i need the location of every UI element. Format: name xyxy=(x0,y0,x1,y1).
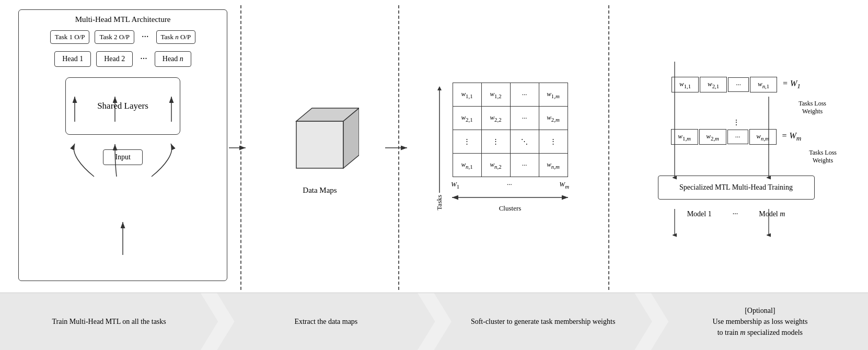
cell-wn1-top: wn,1 xyxy=(750,77,777,92)
process-step-1: Train Multi-Head MTL on all the tasks xyxy=(0,293,218,350)
cell-w2m-top: w2,m xyxy=(699,129,726,145)
cluster-w1: W1 xyxy=(451,180,459,190)
tasks-loss-label-2: Tasks LossWeights xyxy=(809,149,847,165)
process-bar: Train Multi-Head MTL on all the tasks Ex… xyxy=(0,293,868,350)
matrix-row-dots: ⋮ ⋮ ⋱ ⋮ xyxy=(453,130,568,154)
input-label: Input xyxy=(115,153,131,161)
mtl-architecture-box: Multi-Head MTL Architecture Task 1 O/P T… xyxy=(18,9,227,281)
cell-w2m: w2,m xyxy=(539,107,568,130)
headn-box: Head n xyxy=(155,51,191,67)
svg-marker-15 xyxy=(437,86,442,90)
head2-box: Head 2 xyxy=(96,51,133,67)
cell-wnm-top: wn,m xyxy=(749,129,777,145)
cell-wn1: wn,1 xyxy=(453,154,481,177)
process-step-3: Soft-cluster to generate task membership… xyxy=(434,293,652,350)
weight-row-wm: w1,m w2,m ··· wn,m = Wm xyxy=(671,129,802,145)
cell-w1m-top: w1,m xyxy=(671,129,698,145)
clusters-arrow-svg xyxy=(447,192,573,203)
equals-w1: = W1 xyxy=(782,79,801,90)
process-step-2: Extract the data maps xyxy=(217,293,435,350)
tasks-loss-label-1: Tasks LossWeights xyxy=(798,100,847,116)
section4-arrows-overlay xyxy=(615,5,858,290)
task2-output: Task 2 O/P xyxy=(95,30,134,44)
shared-layers-label: Shared Layers xyxy=(97,101,148,111)
main-container: Multi-Head MTL Architecture Task 1 O/P T… xyxy=(0,0,868,350)
matrix-row-n: wn,1 wn,2 ··· wn,m xyxy=(453,154,568,177)
cluster-dots: ··· xyxy=(507,180,512,190)
section3-matrix: Tasks w1,1 w1,2 ··· w1,m w2,1 w2,2 xyxy=(404,5,603,290)
cell-dots-rn: ··· xyxy=(510,154,539,177)
cell-w1m: w1,m xyxy=(539,83,568,107)
process-step-3-text: Soft-cluster to generate task membership… xyxy=(471,316,615,327)
output-dots: ··· xyxy=(140,30,151,44)
data-maps-label: Data Maps xyxy=(281,186,359,195)
cluster-labels-row: W1 ··· Wm xyxy=(447,180,573,190)
cell-w11-top: w1,1 xyxy=(672,77,699,92)
svg-marker-7 xyxy=(296,121,343,168)
process-step-4: [Optional]Use membership as loss weights… xyxy=(651,293,868,350)
model1-label: Model 1 xyxy=(687,210,712,218)
mtl-title: Multi-Head MTL Architecture xyxy=(75,15,171,24)
cell-w12: w1,2 xyxy=(481,83,510,107)
cell-dots-r2: ··· xyxy=(510,107,539,130)
matrix-row-1: w1,1 w1,2 ··· w1,m xyxy=(453,83,568,107)
models-row: Model 1 ··· Model m xyxy=(687,210,785,218)
taskn-output: Task n O/P xyxy=(156,30,196,44)
clusters-label: Clusters xyxy=(499,204,522,213)
cell-ddots: ⋱ xyxy=(510,130,539,154)
task1-output: Task 1 O/P xyxy=(50,30,90,44)
cell-vdots1: ⋮ xyxy=(453,130,481,154)
cell-w11: w1,1 xyxy=(453,83,481,107)
divider3 xyxy=(608,5,609,290)
matrix-table: w1,1 w1,2 ··· w1,m w2,1 w2,2 ··· w2,m xyxy=(453,83,568,177)
head-dots: ··· xyxy=(138,51,149,67)
cell-w21: w2,1 xyxy=(453,107,481,130)
weight-rows-dots: ⋮ xyxy=(733,118,740,127)
tasks-arrow-svg xyxy=(434,85,445,193)
cluster-wm: Wm xyxy=(559,180,569,190)
modelm-label: Model m xyxy=(759,210,785,218)
section4-specialized: w1,1 w2,1 ··· wn,1 = W1 Tasks LossWeight… xyxy=(615,5,858,290)
specialized-mtl-label: Specialized MTL Multi-Head Training xyxy=(679,183,793,191)
cell-dots-topm: ··· xyxy=(727,130,748,144)
process-step-4-text: [Optional]Use membership as loss weights… xyxy=(712,305,807,338)
cell-dots-r1: ··· xyxy=(510,83,539,107)
section2-datamaps: Data Maps xyxy=(247,5,393,290)
cell-dots-top1: ··· xyxy=(728,77,749,92)
process-step-1-text: Train Multi-Head MTL on all the tasks xyxy=(52,316,166,327)
shared-layers-box: Shared Layers xyxy=(65,77,180,135)
input-box: Input xyxy=(103,149,143,165)
specialized-mtl-box: Specialized MTL Multi-Head Training xyxy=(658,176,815,200)
head-row: Head 1 Head 2 ··· Head n xyxy=(54,51,191,67)
model-dots: ··· xyxy=(733,210,738,218)
data-maps-cube-svg xyxy=(281,100,359,179)
cell-wnm: wn,m xyxy=(539,154,568,177)
cell-w22: w2,2 xyxy=(481,107,510,130)
cell-vdots2: ⋮ xyxy=(481,130,510,154)
cell-wn2: wn,2 xyxy=(481,154,510,177)
clusters-arrow-row xyxy=(447,192,573,203)
cell-w21-top: w2,1 xyxy=(700,77,727,92)
cell-vdots3: ⋮ xyxy=(539,130,568,154)
head1-box: Head 1 xyxy=(54,51,91,67)
output-row: Task 1 O/P Task 2 O/P ··· Task n O/P xyxy=(50,30,195,44)
tasks-label: Tasks xyxy=(435,195,444,210)
section1-mtl: Multi-Head MTL Architecture Task 1 O/P T… xyxy=(10,5,235,290)
process-step-2-text: Extract the data maps xyxy=(294,316,357,327)
weight-row-w1: w1,1 w2,1 ··· wn,1 = W1 xyxy=(672,77,801,92)
equals-wm: = Wm xyxy=(782,131,802,143)
diagram-area: Multi-Head MTL Architecture Task 1 O/P T… xyxy=(0,0,868,293)
matrix-row-2: w2,1 w2,2 ··· w2,m xyxy=(453,107,568,130)
